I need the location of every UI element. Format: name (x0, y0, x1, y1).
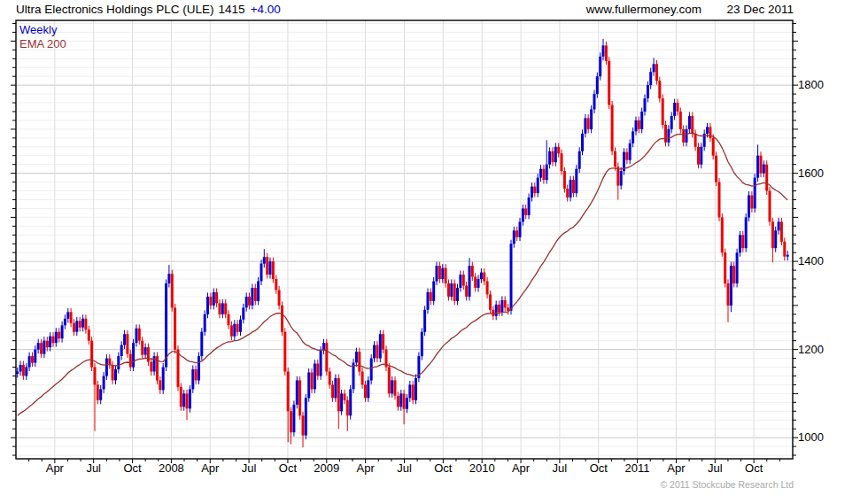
x-axis-label: Apr (35, 461, 75, 475)
x-axis-label: Oct (267, 461, 308, 475)
x-axis-label: Jul (384, 461, 425, 475)
x-axis-label: Jul (74, 461, 114, 475)
legend-ema: EMA 200 (19, 37, 66, 51)
grid (11, 20, 798, 463)
y-axis-label: 1400 (798, 254, 841, 267)
x-axis-label: Oct (422, 461, 463, 475)
x-axis-label: Apr (190, 461, 230, 475)
x-axis-label: 2010 (461, 461, 502, 475)
x-axis-label: Oct (112, 461, 153, 475)
instrument-name: Ultra Electronics Holdings PLC (ULE) (16, 3, 214, 16)
candlestick-chart (0, 0, 868, 496)
copyright-notice: © 2011 Stockcube Research Ltd (660, 479, 794, 490)
x-axis-label: 2011 (617, 461, 658, 475)
x-axis-label: Apr (345, 461, 386, 475)
x-axis-label: Jul (539, 461, 580, 475)
x-axis-label: Oct (578, 461, 619, 475)
x-axis-label: Jul (694, 461, 735, 475)
last-price: 1415 (219, 3, 245, 16)
y-axis-label: 1800 (798, 78, 841, 91)
x-axis-label: 2008 (151, 461, 191, 475)
x-axis-label: Oct (733, 461, 774, 475)
chart-date: 23 Dec 2011 (726, 3, 794, 16)
x-axis-label: Jul (229, 461, 269, 475)
y-axis-label: 1600 (798, 167, 841, 180)
chart-legend: Weekly EMA 200 (19, 23, 66, 51)
chart-title: Ultra Electronics Holdings PLC (ULE)1415… (16, 3, 281, 16)
legend-timeframe: Weekly (19, 23, 66, 37)
x-axis-label: 2009 (306, 461, 347, 475)
x-axis-label: Apr (500, 461, 541, 475)
y-axis-label: 1200 (798, 343, 841, 356)
x-axis-label: Apr (655, 461, 696, 475)
y-axis-label: 1000 (798, 430, 841, 444)
price-change: +4.00 (251, 3, 281, 16)
site-url: www.fullermoney.com (586, 3, 701, 16)
fullermoney-chart-page: { "header": { "title": "Ultra Electronic… (0, 0, 868, 496)
